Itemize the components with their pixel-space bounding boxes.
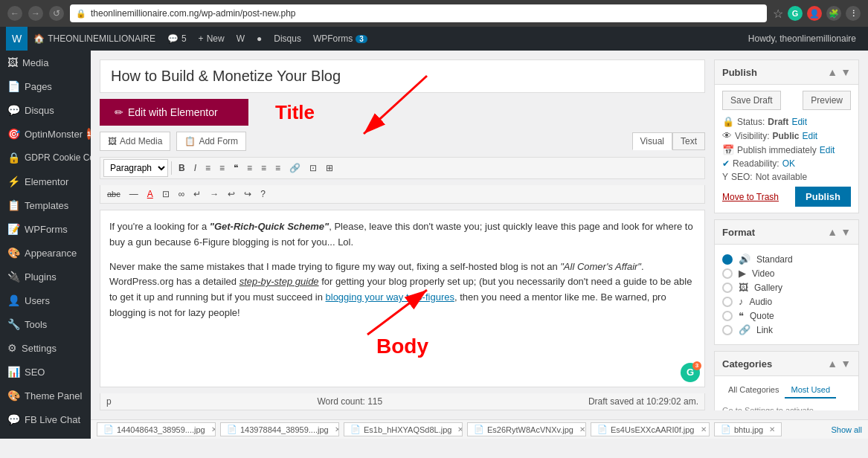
admin-bar-site[interactable]: 🏠 THEONLINEMILLIONAIRE xyxy=(28,27,161,51)
show-all-link[interactable]: Show all xyxy=(831,425,862,434)
link-button[interactable]: 🔗 xyxy=(286,161,304,175)
download-item-2[interactable]: 📄 Es1b_hHXYAQSd8L.jpg ✕ xyxy=(344,422,463,436)
admin-bar-disqus[interactable]: Disqus xyxy=(268,27,307,51)
sidebar-item-disqus[interactable]: 💬 Disqus xyxy=(0,98,91,122)
most-used-tab[interactable]: Most Used xyxy=(785,382,836,399)
publish-time-edit-link[interactable]: Edit xyxy=(820,145,835,155)
text-color-button[interactable]: A xyxy=(144,187,157,201)
sidebar-item-optinmonster[interactable]: 🎯 OptinMonster 1 xyxy=(0,122,91,146)
sidebar-item-media[interactable]: 🖼 Media xyxy=(0,51,91,74)
all-categories-tab[interactable]: All Categories xyxy=(722,382,785,399)
sidebar-item-plugins[interactable]: 🔌 Plugins xyxy=(0,265,91,288)
forward-button[interactable]: → xyxy=(28,6,43,21)
sidebar-item-users[interactable]: 👤 Users xyxy=(0,288,91,312)
bold-button[interactable]: B xyxy=(175,161,189,175)
align-left-button[interactable]: ≡ xyxy=(243,161,256,175)
sidebar-item-appearance[interactable]: 🎨 Appearance xyxy=(0,241,91,265)
back-button[interactable]: ← xyxy=(7,6,22,21)
insert-button[interactable]: ⊡ xyxy=(306,161,321,175)
sidebar-item-fb-live-chat[interactable]: 💬 FB Live Chat xyxy=(0,407,91,431)
preview-button[interactable]: Preview xyxy=(803,91,851,110)
menu-icon[interactable]: ⋮ xyxy=(846,6,861,21)
sidebar-item-elementor[interactable]: ⚡ Elementor xyxy=(0,170,91,193)
admin-bar-new[interactable]: + New xyxy=(193,27,231,51)
refresh-button[interactable]: ↺ xyxy=(49,6,64,21)
format-radio-gallery[interactable] xyxy=(722,283,733,293)
sidebar-item-loginizer[interactable]: 🛡 Loginizer Security xyxy=(0,431,91,439)
format-option-standard[interactable]: 🔊 Standard xyxy=(722,254,851,265)
user-icon[interactable]: 👤 xyxy=(807,6,822,21)
grammarly-extension-icon[interactable]: G xyxy=(788,6,803,21)
download-item-0[interactable]: 📄 144048643_38959....jpg ✕ xyxy=(97,422,216,436)
blockquote-button[interactable]: ❝ xyxy=(230,161,242,175)
sidebar-item-templates[interactable]: 📋 Templates xyxy=(0,193,91,217)
align-center-button[interactable]: ≡ xyxy=(257,161,270,175)
download-item-1[interactable]: 📄 143978844_38959....jpg ✕ xyxy=(220,422,339,436)
format-radio-video[interactable] xyxy=(722,268,733,279)
format-option-link[interactable]: 🔗 Link xyxy=(722,324,851,335)
download-item-4[interactable]: 📄 Es4UsEXXcAARI0f.jpg ✕ xyxy=(591,422,710,436)
publish-button[interactable]: Publish xyxy=(795,187,851,207)
status-edit-link[interactable]: Edit xyxy=(791,117,807,127)
hr-button[interactable]: — xyxy=(126,187,142,201)
categories-panel-up[interactable]: ▲ xyxy=(827,358,838,370)
url-bar[interactable]: 🔒 theonlinemillionaire.com.ng/wp-admin/p… xyxy=(70,4,767,22)
visibility-edit-link[interactable]: Edit xyxy=(802,131,817,141)
format-radio-quote[interactable] xyxy=(722,311,733,321)
sidebar-item-gdpr[interactable]: 🔒 GDPR Cookie Consent xyxy=(0,146,91,170)
strikethrough-button[interactable]: abc xyxy=(103,187,124,201)
close-download-5[interactable]: ✕ xyxy=(769,425,775,433)
paragraph-select[interactable]: Paragraph xyxy=(103,159,168,177)
close-download-0[interactable]: ✕ xyxy=(211,425,216,433)
download-item-5[interactable]: 📄 bhtu.jpg ✕ xyxy=(714,422,782,436)
fullscreen-button[interactable]: ⊞ xyxy=(322,161,337,175)
save-draft-button[interactable]: Save Draft xyxy=(722,91,781,110)
wp-logo[interactable]: W xyxy=(6,27,28,51)
help-button[interactable]: ? xyxy=(257,187,269,201)
sidebar-item-tools[interactable]: 🔧 Tools xyxy=(0,312,91,336)
admin-bar-wpforms[interactable]: WPForms 3 xyxy=(307,27,373,51)
sidebar-item-theme-panel[interactable]: 🎨 Theme Panel xyxy=(0,384,91,407)
elementor-edit-button[interactable]: ✏ Edit with Elementor xyxy=(100,99,248,126)
text-tab[interactable]: Text xyxy=(672,132,705,150)
format-radio-standard[interactable] xyxy=(722,254,733,265)
star-icon[interactable]: ☆ xyxy=(773,7,783,21)
format-panel-up[interactable]: ▲ xyxy=(827,226,838,238)
close-download-4[interactable]: ✕ xyxy=(701,425,707,433)
admin-bar-wp-icon[interactable]: W xyxy=(231,27,251,51)
format-option-quote[interactable]: ❝ Quote xyxy=(722,310,851,321)
admin-bar-comments[interactable]: 💬 5 xyxy=(161,27,193,51)
format-option-video[interactable]: ▶ Video xyxy=(722,268,851,279)
format-option-gallery[interactable]: 🖼 Gallery xyxy=(722,282,851,293)
format-radio-link[interactable] xyxy=(722,325,733,335)
close-download-3[interactable]: ✕ xyxy=(579,425,585,433)
editor-content[interactable]: If you're a looking for a "Get-Rich-Quic… xyxy=(100,210,705,387)
undo-button[interactable]: ↩ xyxy=(224,187,239,201)
visual-tab[interactable]: Visual xyxy=(632,132,672,150)
grammarly-icon[interactable]: G 3 xyxy=(681,363,700,382)
add-form-button[interactable]: 📋 Add Form xyxy=(176,132,246,151)
move-to-trash-link[interactable]: Move to Trash xyxy=(722,192,779,202)
align-right-button[interactable]: ≡ xyxy=(271,161,284,175)
ol-button[interactable]: ≡ xyxy=(216,161,228,175)
redo-button[interactable]: ↪ xyxy=(240,187,255,201)
ul-button[interactable]: ≡ xyxy=(202,161,214,175)
format-radio-audio[interactable] xyxy=(722,297,733,307)
download-item-3[interactable]: 📄 Es26RytW8AcVNXv.jpg ✕ xyxy=(467,422,586,436)
sidebar-item-settings[interactable]: ⚙ Settings xyxy=(0,336,91,360)
indent-button[interactable]: ↵ xyxy=(190,187,205,201)
format-option-audio[interactable]: ♪ Audio xyxy=(722,296,851,307)
close-download-2[interactable]: ✕ xyxy=(457,425,463,433)
symbol-button[interactable]: ∞ xyxy=(175,187,189,201)
sidebar-item-pages[interactable]: 📄 Pages xyxy=(0,74,91,98)
publish-panel-down[interactable]: ▼ xyxy=(840,66,851,78)
paste-button[interactable]: ⊡ xyxy=(158,187,173,201)
add-media-button[interactable]: 🖼 Add Media xyxy=(100,132,170,151)
sidebar-item-seo[interactable]: 📊 SEO xyxy=(0,360,91,384)
italic-button[interactable]: I xyxy=(190,161,200,175)
sidebar-item-wpforms[interactable]: 📝 WPForms xyxy=(0,217,91,241)
extensions-icon[interactable]: 🧩 xyxy=(826,6,841,21)
outdent-button[interactable]: → xyxy=(206,187,222,201)
close-download-1[interactable]: ✕ xyxy=(335,425,339,433)
categories-panel-down[interactable]: ▼ xyxy=(840,358,851,370)
